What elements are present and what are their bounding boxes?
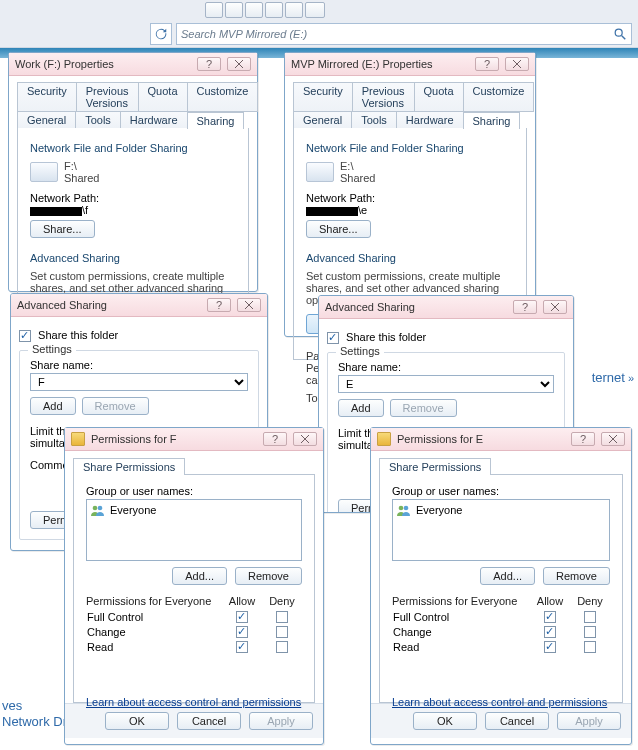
internet-link[interactable]: ternet» [592,370,634,385]
learn-link[interactable]: Learn about access control and permissio… [392,696,607,708]
titlebar[interactable]: Permissions for E ? [371,428,631,451]
deny-change-checkbox[interactable] [584,626,596,638]
share-button[interactable]: Share... [306,220,371,238]
tab-customize[interactable]: Customize [463,82,535,112]
titlebar[interactable]: Advanced Sharing ? [319,296,573,319]
titlebar[interactable]: Advanced Sharing ? [11,294,267,317]
permissions-table: Permissions for Everyone Allow Deny Full… [392,593,610,654]
remove-share-button[interactable]: Remove [82,397,149,415]
drive-icon [306,162,334,182]
tab-general[interactable]: General [293,111,352,128]
netpath-label: Network Path: [306,192,514,204]
tb-btn-5[interactable] [285,2,303,18]
apply-button[interactable]: Apply [249,712,313,730]
explorer-search-box[interactable]: Search MVP Mirrored (E:) [176,23,632,45]
tb-btn-6[interactable] [305,2,325,18]
ok-button[interactable]: OK [105,712,169,730]
add-principal-button[interactable]: Add... [480,567,535,585]
ok-button[interactable]: OK [413,712,477,730]
share-name-select[interactable]: F [30,373,248,391]
perm-row-change: Change [392,624,610,639]
help-button[interactable]: ? [197,57,221,71]
window-title: Advanced Sharing [17,299,107,311]
add-principal-button[interactable]: Add... [172,567,227,585]
principal-name: Everyone [416,504,462,516]
tab-quota[interactable]: Quota [414,82,464,112]
tb-btn-3[interactable] [245,2,263,18]
remove-principal-button[interactable]: Remove [543,567,610,585]
apply-button[interactable]: Apply [557,712,621,730]
close-button[interactable] [227,57,251,71]
tab-tools[interactable]: Tools [351,111,397,128]
learn-link[interactable]: Learn about access control and permissio… [86,696,301,708]
bg-text-ves: ves [2,698,22,713]
tab-general[interactable]: General [17,111,76,128]
principal-row[interactable]: Everyone [397,504,605,516]
window-title: Permissions for E [397,433,483,445]
tab-quota[interactable]: Quota [138,82,188,112]
close-button[interactable] [293,432,317,446]
titlebar[interactable]: Work (F:) Properties ? [9,53,257,76]
help-button[interactable]: ? [475,57,499,71]
tab-share-permissions[interactable]: Share Permissions [73,458,185,475]
cancel-button[interactable]: Cancel [485,712,549,730]
principal-row[interactable]: Everyone [91,504,297,516]
folder-icon [377,432,391,446]
close-button[interactable] [601,432,625,446]
path-drive: F:\ [64,160,99,172]
allow-full-control-checkbox[interactable] [236,611,248,623]
search-icon [613,27,627,41]
tab-share-permissions[interactable]: Share Permissions [379,458,491,475]
share-folder-checkbox[interactable] [327,332,339,344]
remove-share-button[interactable]: Remove [390,399,457,417]
share-folder-checkbox[interactable] [19,330,31,342]
refresh-button[interactable] [150,23,172,45]
help-button[interactable]: ? [207,298,231,312]
allow-change-checkbox[interactable] [236,626,248,638]
tab-sharing[interactable]: Sharing [463,112,521,129]
deny-full-control-checkbox[interactable] [584,611,596,623]
share-button[interactable]: Share... [30,220,95,238]
deny-read-checkbox[interactable] [584,641,596,653]
close-button[interactable] [237,298,261,312]
tab-customize[interactable]: Customize [187,82,259,112]
group-users-label: Group or user names: [86,485,302,497]
allow-read-checkbox[interactable] [544,641,556,653]
share-name-select[interactable]: E [338,375,554,393]
principals-listbox[interactable]: Everyone [86,499,302,561]
close-button[interactable] [543,300,567,314]
tb-btn-2[interactable] [225,2,243,18]
cancel-button[interactable]: Cancel [177,712,241,730]
titlebar[interactable]: Permissions for F ? [65,428,323,451]
allow-full-control-checkbox[interactable] [544,611,556,623]
add-share-button[interactable]: Add [30,397,76,415]
deny-read-checkbox[interactable] [276,641,288,653]
remove-principal-button[interactable]: Remove [235,567,302,585]
add-share-button[interactable]: Add [338,399,384,417]
principals-listbox[interactable]: Everyone [392,499,610,561]
perm-row-change: Change [86,624,302,639]
deny-change-checkbox[interactable] [276,626,288,638]
help-button[interactable]: ? [571,432,595,446]
titlebar[interactable]: MVP Mirrored (E:) Properties ? [285,53,535,76]
close-button[interactable] [505,57,529,71]
folder-icon [71,432,85,446]
adv-heading: Advanced Sharing [30,252,236,264]
tb-btn-4[interactable] [265,2,283,18]
tab-hardware[interactable]: Hardware [120,111,188,128]
allow-read-checkbox[interactable] [236,641,248,653]
explorer-toolbar-buttons [205,2,325,18]
tab-security[interactable]: Security [293,82,353,112]
settings-legend: Settings [28,343,76,355]
tab-security[interactable]: Security [17,82,77,112]
allow-change-checkbox[interactable] [544,626,556,638]
tab-previous-versions[interactable]: Previous Versions [76,82,139,112]
tab-hardware[interactable]: Hardware [396,111,464,128]
tb-btn-1[interactable] [205,2,223,18]
deny-full-control-checkbox[interactable] [276,611,288,623]
tab-previous-versions[interactable]: Previous Versions [352,82,415,112]
help-button[interactable]: ? [513,300,537,314]
tab-tools[interactable]: Tools [75,111,121,128]
tab-sharing[interactable]: Sharing [187,112,245,129]
help-button[interactable]: ? [263,432,287,446]
